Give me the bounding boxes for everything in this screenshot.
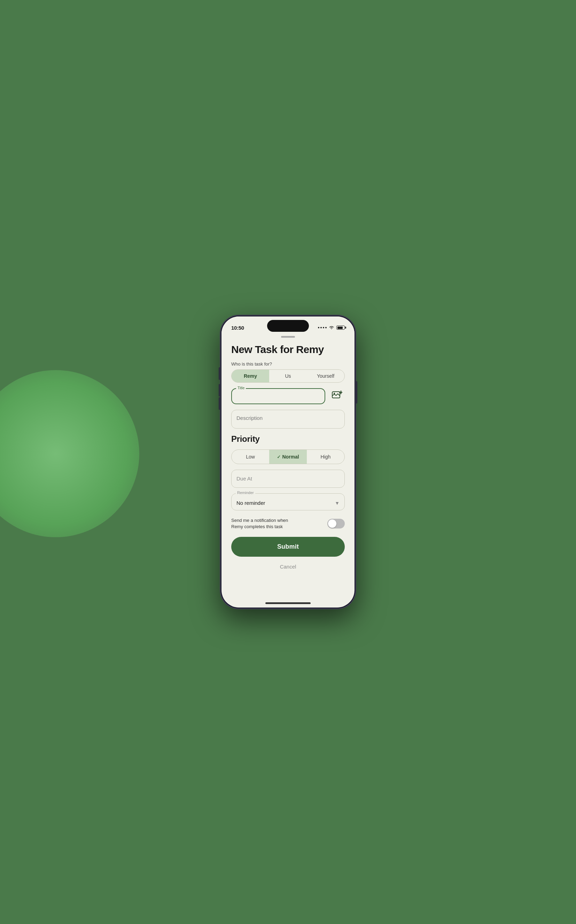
priority-low-label: Low bbox=[246, 454, 255, 460]
check-icon: ✓ bbox=[277, 454, 281, 460]
main-content: New Task for Remy Who is this task for? … bbox=[221, 338, 355, 599]
background-circle bbox=[0, 370, 139, 537]
add-image-icon bbox=[332, 390, 342, 402]
priority-normal-label: Normal bbox=[282, 454, 299, 460]
chevron-down-icon: ▼ bbox=[334, 500, 339, 506]
priority-high-btn[interactable]: High bbox=[307, 450, 344, 464]
assignee-label: Who is this task for? bbox=[231, 361, 345, 367]
priority-section: Priority bbox=[231, 434, 345, 444]
priority-high-label: High bbox=[321, 454, 331, 460]
add-image-button[interactable] bbox=[330, 388, 345, 404]
status-bar: 10:50 bbox=[221, 317, 355, 334]
due-at-placeholder: Due At bbox=[237, 476, 252, 481]
title-input[interactable] bbox=[237, 394, 320, 400]
signal-icon bbox=[318, 327, 326, 328]
reminder-value: No reminder bbox=[237, 500, 266, 506]
description-input[interactable] bbox=[237, 415, 339, 422]
phone-frame: 10:50 bbox=[220, 315, 356, 609]
title-input-container: Title bbox=[231, 388, 325, 404]
status-icons bbox=[318, 326, 345, 330]
toggle-knob bbox=[328, 520, 336, 528]
dynamic-island bbox=[267, 320, 309, 332]
assignee-selector: Remy Us Yourself bbox=[231, 369, 345, 383]
notification-toggle[interactable] bbox=[327, 519, 345, 529]
page-title: New Task for Remy bbox=[231, 343, 345, 356]
reminder-container[interactable]: Reminder No reminder ▼ bbox=[231, 493, 345, 510]
description-container bbox=[231, 410, 345, 428]
priority-normal-btn[interactable]: ✓ Normal bbox=[269, 450, 307, 464]
title-row: Title bbox=[231, 388, 345, 404]
battery-icon bbox=[336, 326, 345, 330]
due-at-container[interactable]: Due At bbox=[231, 470, 345, 488]
priority-label: Priority bbox=[231, 434, 345, 444]
priority-selector: Low ✓ Normal High bbox=[231, 449, 345, 464]
title-floating-label: Title bbox=[236, 386, 246, 390]
priority-low-btn[interactable]: Low bbox=[232, 450, 269, 464]
svg-point-1 bbox=[334, 393, 335, 394]
assignee-section: Who is this task for? Remy Us Yourself bbox=[231, 361, 345, 383]
assignee-us-btn[interactable]: Us bbox=[269, 370, 307, 382]
notification-row: Send me a notification when Remy complet… bbox=[231, 516, 345, 531]
submit-button[interactable]: Submit bbox=[231, 537, 345, 557]
cancel-button[interactable]: Cancel bbox=[231, 562, 345, 571]
status-time: 10:50 bbox=[231, 325, 244, 331]
assignee-remy-btn[interactable]: Remy bbox=[232, 370, 269, 382]
notification-text: Send me a notification when Remy complet… bbox=[231, 517, 327, 530]
home-indicator bbox=[266, 602, 310, 604]
reminder-floating-label: Reminder bbox=[236, 491, 255, 495]
assignee-yourself-btn[interactable]: Yourself bbox=[307, 370, 344, 382]
reminder-row: No reminder ▼ bbox=[237, 500, 339, 506]
wifi-icon bbox=[329, 326, 334, 330]
